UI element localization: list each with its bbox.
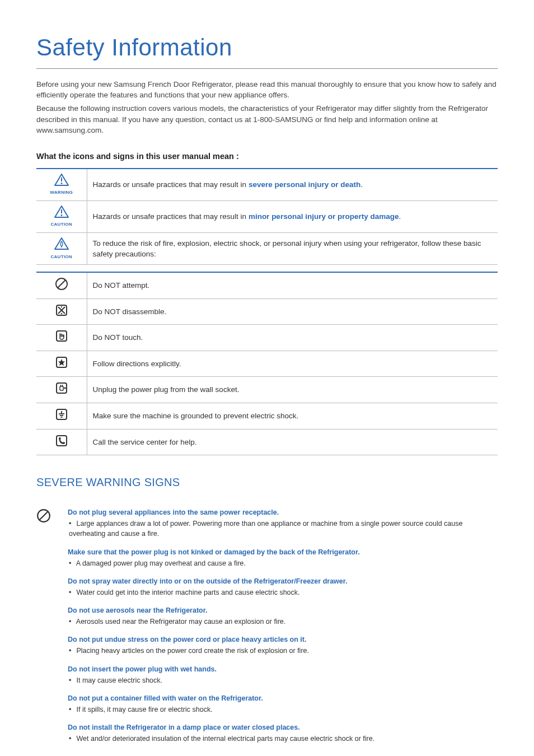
ground-icon [55,408,68,424]
table-row: Do NOT attempt. [36,272,498,298]
icon-label: WARNING [42,189,81,196]
warning-body: • Placing heavy articles on the power co… [68,646,498,656]
table-row: Call the service center for help. [36,429,498,455]
warning-head: Do not put undue stress on the power cor… [68,634,498,645]
intro-p1: Before using your new Samsung French Doo… [36,79,498,101]
warning-body: • If it spills, it may cause fire or ele… [68,704,498,715]
svg-point-8 [61,313,62,314]
svg-rect-12 [60,386,63,390]
row-bold: minor personal injury or property damage [249,212,399,221]
row-text: To reduce the risk of fire, explosion, e… [87,233,498,265]
table-row: Unplug the power plug from the wall sock… [36,377,498,403]
row-pre: To reduce the risk of fire, explosion, e… [93,239,481,259]
svg-rect-15 [57,409,67,419]
row-pre: Hazards or unsafe practices that may res… [93,212,249,221]
table-row: Make sure the machine is grounded to pre… [36,403,498,430]
row-post: . [399,212,401,221]
intro-block: Before using your new Samsung French Doo… [36,79,498,136]
caution-triangle-icon [54,206,69,221]
unplug-icon [55,381,68,398]
row-text: Do NOT touch. [87,325,498,351]
warning-item: Do not insert the power plug with wet ha… [68,664,498,685]
warning-head: Do not plug several appliances into the … [68,507,498,517]
row-post: . [360,180,363,189]
warning-item: Do not install the Refrigerator in a dam… [68,722,498,744]
warning-body: • Aerosols used near the Refrigerator ma… [68,617,498,627]
row-text: Do NOT attempt. [87,272,498,298]
warning-body: • Wet and/or deteriorated insulation of … [68,734,498,744]
warning-item: Do not spray water directly into or on t… [68,576,498,598]
svg-rect-20 [57,436,67,446]
row-text: Hazards or unsafe practices that may res… [87,169,498,201]
warning-body: • It may cause electric shock. [68,675,498,685]
prohibit-icon [36,508,51,526]
warning-body: • Large applances draw a lot of power. P… [68,519,498,539]
warning-body: • Water could get into the interior mach… [68,587,498,598]
warning-triangle-icon [54,174,69,189]
warning-item: Do not use aerosols near the Refrigerato… [68,605,498,627]
warning-head: Do not put a container filled with water… [68,693,498,703]
row-text: Call the service center for help. [87,429,498,455]
icon-label: CAUTION [42,254,81,260]
warning-body: • A damaged power plug may overheat and … [68,558,498,568]
warning-item: Do not put undue stress on the power cor… [68,634,498,656]
row-pre: Hazards or unsafe practices that may res… [93,180,249,189]
table-row: CAUTION Hazards or unsafe practices that… [36,200,498,232]
row-text: Make sure the machine is grounded to pre… [87,403,498,430]
icons-meaning-heading: What the icons and signs in this user ma… [36,151,498,162]
svg-point-1 [60,183,62,184]
row-text: Do NOT disassemble. [87,298,498,325]
intro-p2: Because the following instruction covers… [36,103,498,136]
no-disassemble-icon [55,304,68,320]
warning-item: Do not put a container filled with water… [68,693,498,715]
svg-point-7 [61,306,62,307]
svg-line-22 [39,512,48,520]
icon-label: CAUTION [42,221,81,228]
warning-head: Do not use aerosols near the Refrigerato… [68,605,498,615]
table-row: Do NOT touch. [36,325,498,351]
prohibit-icon [55,277,68,294]
row-text: Follow directions explicitly. [87,351,498,377]
svg-line-5 [58,280,65,288]
caution-flame-triangle-icon [54,237,69,253]
row-text: Hazards or unsafe practices that may res… [87,200,498,232]
warning-head: Do not spray water directly into or on t… [68,576,498,586]
warnings-zone: Do not plug several appliances into the … [36,507,498,752]
page-title: Safety Information [36,31,498,69]
call-service-icon [55,434,68,451]
warning-item: Make sure that the power plug is not kin… [68,547,498,568]
warning-head: Make sure that the power plug is not kin… [68,547,498,557]
table-row: Do NOT disassemble. [36,298,498,325]
row-bold: severe personal injury or death [249,180,360,189]
severe-warning-heading: SEVERE WARNING SIGNS [36,474,498,491]
row-text: Unplug the power plug from the wall sock… [87,377,498,403]
table-row: CAUTION To reduce the risk of fire, expl… [36,233,498,265]
table-row: WARNING Hazards or unsafe practices that… [36,169,498,201]
warning-head: Do not install the Refrigerator in a dam… [68,722,498,732]
table-row: Follow directions explicitly. [36,351,498,377]
follow-directions-icon [55,356,68,372]
warning-head: Do not insert the power plug with wet ha… [68,664,498,674]
warning-item: Do not plug several appliances into the … [68,507,498,539]
icon-meaning-table-2: Do NOT attempt. Do NOT disassemble. Do N… [36,272,498,455]
svg-point-3 [60,214,62,216]
no-touch-icon [55,329,68,346]
icon-meaning-table-1: WARNING Hazards or unsafe practices that… [36,168,498,265]
